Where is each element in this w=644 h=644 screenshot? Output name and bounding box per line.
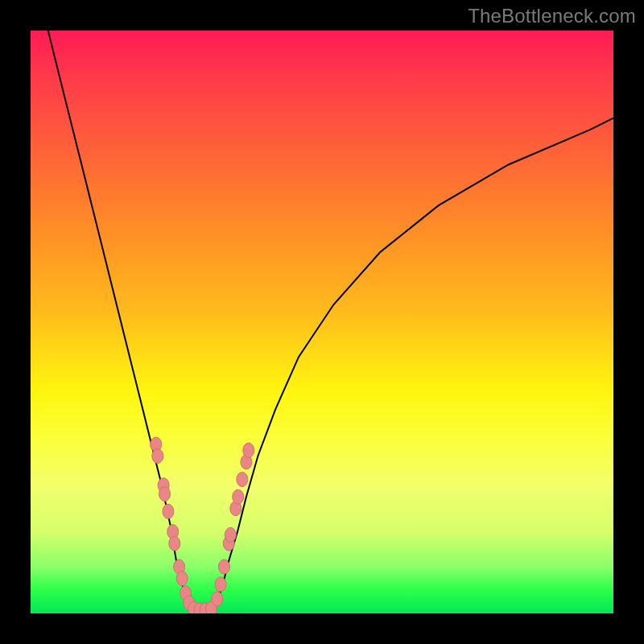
highlight-dot	[176, 572, 188, 586]
highlight-dot	[225, 527, 236, 542]
highlight-dot	[218, 559, 229, 574]
highlight-dot	[163, 504, 174, 518]
chart-svg	[31, 31, 613, 613]
highlight-dot	[159, 487, 171, 502]
highlight-dot	[169, 536, 180, 551]
highlight-dot	[212, 592, 223, 606]
curve-right	[211, 118, 613, 611]
highlight-dot	[215, 577, 226, 592]
series-right-branch	[211, 118, 613, 611]
series-left-branch	[48, 31, 194, 610]
chart-frame: TheBottleneck.com	[0, 0, 644, 644]
highlight-dot	[152, 449, 163, 464]
plot-area	[31, 31, 613, 613]
curve-left	[48, 31, 194, 610]
highlight-dot	[237, 473, 248, 487]
highlight-dot	[243, 443, 254, 457]
watermark-text: TheBottleneck.com	[468, 5, 636, 27]
highlight-dot	[233, 489, 244, 504]
